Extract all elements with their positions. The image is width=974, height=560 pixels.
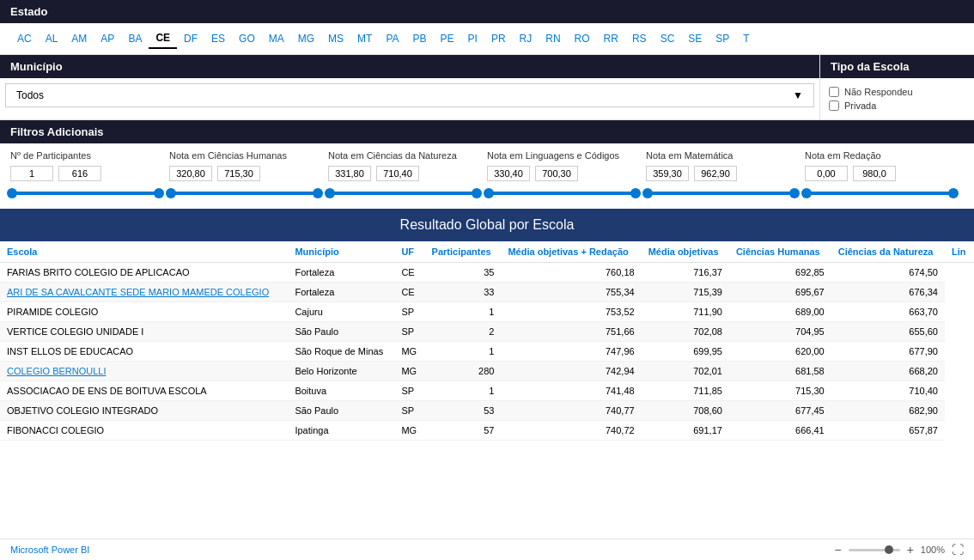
filtro-min-1[interactable]: 320,80 [169, 166, 212, 181]
filtro-min-3[interactable]: 330,40 [487, 166, 530, 181]
fullscreen-icon[interactable]: ⛶ [952, 543, 964, 557]
estado-item-mg[interactable]: MG [291, 29, 321, 48]
cell-ch: 681,58 [729, 362, 831, 381]
estado-item-ms[interactable]: MS [321, 29, 350, 48]
cell-media-obj-red: 740,72 [501, 421, 641, 441]
cell-media-obj-red: 742,94 [501, 362, 641, 381]
cell-uf: MG [394, 362, 424, 381]
estado-item-ac[interactable]: AC [10, 29, 39, 48]
municipio-dropdown[interactable]: Todos ▼ [5, 83, 814, 107]
footer-left: Microsoft Power BI [10, 544, 89, 556]
range-slider-2[interactable] [328, 192, 478, 195]
range-slider-3[interactable] [487, 192, 637, 195]
range-slider-5[interactable] [805, 192, 955, 195]
zoom-thumb[interactable] [885, 545, 893, 554]
estado-item-pi[interactable]: PI [461, 29, 484, 48]
range-thumb-left-2[interactable] [325, 188, 335, 198]
filtro-min-2[interactable]: 331,80 [328, 166, 371, 181]
cell-media-obj: 711,85 [642, 381, 729, 401]
cell-escola[interactable]: ARI DE SA CAVALCANTE SEDE MARIO MAMEDE C… [0, 283, 288, 302]
tipo-item[interactable]: Não Respondeu [829, 87, 965, 97]
filtro-min-5[interactable]: 0,00 [805, 166, 848, 181]
cell-escola: FARIAS BRITO COLEGIO DE APLICACAO [0, 263, 288, 283]
range-thumb-left-3[interactable] [484, 188, 494, 198]
estado-item-se[interactable]: SE [681, 29, 709, 48]
range-slider-1[interactable] [169, 192, 320, 195]
range-thumb-left-0[interactable] [7, 188, 17, 198]
cell-participantes: 33 [425, 283, 502, 302]
estado-item-pa[interactable]: PA [379, 29, 405, 48]
power-bi-link[interactable]: Microsoft Power BI [10, 545, 89, 555]
cell-ch: 695,67 [729, 283, 831, 302]
estado-item-go[interactable]: GO [232, 29, 262, 48]
cell-media-obj-red: 751,66 [501, 322, 641, 342]
range-thumb-right-0[interactable] [154, 188, 164, 198]
cell-media-obj-red: 741,48 [501, 381, 641, 401]
zoom-plus-icon[interactable]: + [907, 543, 914, 557]
col-header-5[interactable]: Média objetivas [642, 241, 729, 263]
cell-media-obj: 702,08 [642, 322, 729, 342]
table-section: Resultado Global por Escola EscolaMunicí… [0, 209, 974, 539]
tipo-item[interactable]: Privada [829, 100, 965, 111]
col-header-0[interactable]: Escola [0, 241, 288, 263]
estado-item-es[interactable]: ES [204, 29, 232, 48]
filtro-slider-1 [169, 188, 328, 202]
range-thumb-right-2[interactable] [472, 188, 482, 198]
filtro-min-4[interactable]: 359,30 [646, 166, 689, 181]
estado-item-ro[interactable]: RO [568, 29, 597, 48]
cell-cn: 677,90 [831, 342, 945, 362]
filtro-label-3: Nota em Linguagens e Códigos [487, 150, 646, 162]
estado-item-rj[interactable]: RJ [513, 29, 539, 48]
filtro-min-0[interactable]: 1 [10, 166, 53, 181]
col-header-1[interactable]: Município [288, 241, 394, 263]
filtro-max-5[interactable]: 980,0 [853, 166, 896, 181]
estado-item-ap[interactable]: AP [94, 29, 121, 48]
col-header-2[interactable]: UF [394, 241, 424, 263]
estado-item-al[interactable]: AL [39, 29, 65, 48]
estado-item-sp[interactable]: SP [709, 29, 736, 48]
estado-item-pr[interactable]: PR [484, 29, 513, 48]
filtro-max-2[interactable]: 710,40 [376, 166, 419, 181]
estado-item-mt[interactable]: MT [350, 29, 379, 48]
estado-item-am[interactable]: AM [64, 29, 94, 48]
estado-item-rr[interactable]: RR [597, 29, 625, 48]
col-header-4[interactable]: Média objetivas + Redação [501, 241, 641, 263]
estado-item-ce[interactable]: CE [149, 28, 177, 49]
filtro-max-1[interactable]: 715,30 [217, 166, 260, 181]
estado-item-ma[interactable]: MA [262, 29, 291, 48]
estado-item-sc[interactable]: SC [654, 29, 682, 48]
range-thumb-right-5[interactable] [948, 188, 959, 198]
col-header-7[interactable]: Ciências da Natureza [831, 241, 945, 263]
range-thumb-left-5[interactable] [801, 188, 812, 198]
range-thumb-right-1[interactable] [313, 188, 323, 198]
range-thumb-right-3[interactable] [630, 188, 641, 198]
range-thumb-right-4[interactable] [789, 188, 800, 198]
filtro-max-4[interactable]: 962,90 [694, 166, 737, 181]
estado-item-rn[interactable]: RN [539, 29, 567, 48]
filtros-labels-row: Nº de ParticipantesNota em Ciências Huma… [10, 150, 964, 162]
filtro-max-3[interactable]: 700,30 [535, 166, 578, 181]
table-wrapper[interactable]: EscolaMunicípioUFParticipantesMédia obje… [0, 241, 974, 539]
estado-item-rs[interactable]: RS [625, 29, 654, 48]
col-header-6[interactable]: Ciências Humanas [729, 241, 831, 263]
estado-item-pb[interactable]: PB [406, 29, 434, 48]
range-slider-0[interactable] [10, 192, 161, 195]
filtro-max-0[interactable]: 616 [58, 166, 101, 181]
estado-item-df[interactable]: DF [177, 29, 204, 48]
range-slider-4[interactable] [646, 192, 796, 195]
cell-escola[interactable]: COLEGIO BERNOULLI [0, 362, 288, 381]
zoom-slider[interactable] [849, 549, 900, 551]
cell-escola: INST ELLOS DE EDUCACAO [0, 342, 288, 362]
range-thumb-left-4[interactable] [642, 188, 653, 198]
cell-municipio: São Roque de Minas [288, 342, 394, 362]
estado-item-t[interactable]: T [736, 29, 756, 48]
zoom-minus-icon[interactable]: − [834, 543, 841, 557]
estado-item-pe[interactable]: PE [434, 29, 461, 48]
cell-media-obj: 699,95 [642, 342, 729, 362]
filtro-label-text-5: Nota em Redação [805, 150, 955, 161]
filtro-slider-3 [487, 188, 646, 202]
col-header-8[interactable]: Lin [945, 241, 974, 263]
range-thumb-left-1[interactable] [166, 188, 176, 198]
estado-item-ba[interactable]: BA [121, 29, 149, 48]
col-header-3[interactable]: Participantes [425, 241, 502, 263]
